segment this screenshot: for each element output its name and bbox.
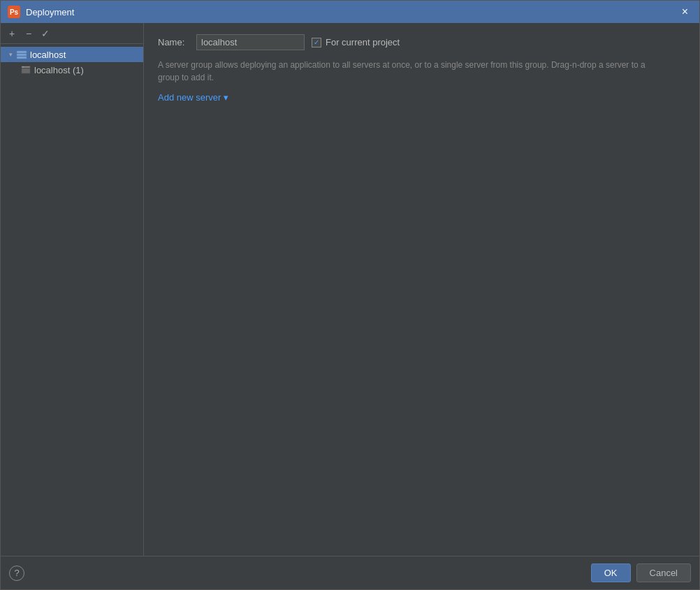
sidebar-item-localhost-server[interactable]: localhost (1) (1, 62, 143, 78)
sidebar-tree: ▾ localhost (1, 44, 143, 556)
add-new-server-link[interactable]: Add new server ▾ (158, 92, 685, 103)
svg-rect-0 (17, 51, 27, 53)
name-input[interactable] (196, 34, 305, 50)
server-group-icon (16, 49, 27, 60)
deployment-dialog: Ps Deployment × + − ✓ ▾ (0, 0, 700, 590)
name-label: Name: (158, 37, 189, 47)
tree-toggle-icon: ▾ (6, 50, 15, 59)
sidebar-item-localhost-server-label: localhost (1) (34, 65, 84, 75)
for-current-project-checkbox[interactable] (312, 38, 321, 47)
apply-button[interactable]: ✓ (38, 27, 52, 40)
checkbox-row: For current project (312, 37, 400, 47)
add-new-server-label: Add new server (158, 92, 221, 103)
svg-rect-2 (17, 57, 27, 59)
sidebar-item-localhost-group-label: localhost (30, 50, 66, 60)
close-button[interactable]: × (678, 5, 692, 19)
remove-button[interactable]: − (22, 27, 36, 40)
sidebar-toolbar: + − ✓ (1, 23, 143, 44)
server-icon (20, 64, 31, 75)
cancel-button[interactable]: Cancel (636, 563, 691, 582)
title-bar-left: Ps Deployment (8, 6, 74, 18)
sidebar-item-localhost-group[interactable]: ▾ localhost (1, 47, 143, 62)
ok-button[interactable]: OK (591, 563, 631, 582)
for-current-project-label: For current project (326, 37, 400, 47)
help-button[interactable]: ? (9, 566, 24, 581)
sidebar: + − ✓ ▾ localhost (1, 23, 144, 556)
app-icon: Ps (8, 6, 20, 18)
svg-rect-1 (17, 54, 27, 56)
add-button[interactable]: + (5, 27, 19, 40)
footer-buttons: OK Cancel (591, 563, 691, 582)
main-content: Name: For current project A server group… (144, 23, 699, 556)
add-new-server-dropdown-icon: ▾ (224, 92, 228, 103)
description-text: A server group allows deploying an appli… (158, 59, 661, 84)
dialog-title: Deployment (26, 7, 74, 17)
title-bar: Ps Deployment × (1, 1, 699, 23)
dialog-footer: ? OK Cancel (1, 556, 699, 589)
svg-point-3 (22, 66, 24, 68)
name-row: Name: For current project (158, 34, 685, 50)
dialog-body: + − ✓ ▾ localhost (1, 23, 699, 556)
